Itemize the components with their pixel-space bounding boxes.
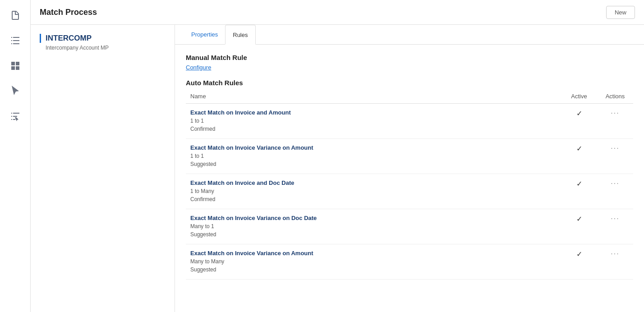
rule-name: Exact Match on Invoice Variance on Doc D… [190, 215, 557, 221]
rule-actions-cell[interactable]: ··· [597, 244, 633, 280]
col-actions: Actions [597, 89, 633, 104]
tab-rules[interactable]: Rules [225, 25, 255, 45]
rule-active-cell: ✓ [561, 139, 597, 174]
rule-active-cell: ✓ [561, 174, 597, 209]
sidebar-item-edit-list[interactable] [5, 106, 26, 127]
right-panel: Properties Rules Manual Match Rule Confi… [175, 25, 644, 312]
header: Match Process New [31, 0, 644, 25]
table-row: Exact Match on Invoice Variance on Amoun… [186, 244, 633, 280]
rule-relation: 1 to Many [190, 187, 557, 195]
rule-name: Exact Match on Invoice and Doc Date [190, 179, 557, 186]
tab-properties[interactable]: Properties [184, 25, 225, 45]
sidebar [0, 0, 31, 312]
rule-name-cell: Exact Match on Invoice and Amount 1 to 1… [186, 104, 561, 139]
table-row: Exact Match on Invoice and Amount 1 to 1… [186, 104, 633, 139]
left-panel: INTERCOMP Intercompany Account MP [31, 25, 175, 312]
actions-menu-button[interactable]: ··· [611, 144, 619, 152]
rule-name-cell: Exact Match on Invoice and Doc Date 1 to… [186, 174, 561, 209]
manual-match-title: Manual Match Rule [186, 54, 633, 61]
rule-relation: 1 to 1 [190, 117, 557, 125]
rule-status: Confirmed [190, 125, 557, 133]
active-checkmark: ✓ [576, 110, 582, 117]
rules-content: Manual Match Rule Configure Auto Match R… [175, 45, 644, 289]
rule-actions-cell[interactable]: ··· [597, 209, 633, 244]
rule-name-cell: Exact Match on Invoice Variance on Amoun… [186, 244, 561, 280]
tabs-bar: Properties Rules [175, 25, 644, 45]
active-checkmark: ✓ [576, 250, 582, 258]
rule-status: Suggested [190, 160, 557, 168]
page-title: Match Process [40, 8, 97, 17]
sidebar-item-grid[interactable] [5, 55, 26, 77]
table-row: Exact Match on Invoice Variance on Amoun… [186, 139, 633, 174]
entity-subtitle: Intercompany Account MP [40, 45, 166, 51]
rule-actions-cell[interactable]: ··· [597, 139, 633, 174]
rule-active-cell: ✓ [561, 209, 597, 244]
rule-relation: Many to Many [190, 257, 557, 266]
sidebar-item-list[interactable] [5, 30, 26, 51]
main-area: Match Process New INTERCOMP Intercompany… [31, 0, 644, 312]
rule-actions-cell[interactable]: ··· [597, 174, 633, 209]
rule-relation: Many to 1 [190, 222, 557, 230]
entity-name: INTERCOMP [40, 34, 166, 43]
configure-link[interactable]: Configure [186, 64, 211, 71]
rule-name: Exact Match on Invoice Variance on Amoun… [190, 250, 557, 257]
table-row: Exact Match on Invoice and Doc Date 1 to… [186, 174, 633, 209]
actions-menu-button[interactable]: ··· [611, 215, 619, 222]
rule-name: Exact Match on Invoice Variance on Amoun… [190, 144, 557, 151]
content-wrapper: INTERCOMP Intercompany Account MP Proper… [31, 25, 644, 312]
rule-name-cell: Exact Match on Invoice Variance on Doc D… [186, 209, 561, 244]
actions-menu-button[interactable]: ··· [611, 250, 619, 257]
rule-name: Exact Match on Invoice and Amount [190, 109, 557, 116]
col-name: Name [186, 89, 561, 104]
rule-actions-cell[interactable]: ··· [597, 104, 633, 139]
rule-status: Suggested [190, 230, 557, 239]
col-active: Active [561, 89, 597, 104]
active-checkmark: ✓ [576, 145, 582, 152]
rule-status: Suggested [190, 266, 557, 274]
active-checkmark: ✓ [576, 215, 582, 223]
rule-relation: 1 to 1 [190, 152, 557, 160]
rule-active-cell: ✓ [561, 244, 597, 280]
rule-name-cell: Exact Match on Invoice Variance on Amoun… [186, 139, 561, 174]
rule-active-cell: ✓ [561, 104, 597, 139]
auto-match-title: Auto Match Rules [186, 79, 633, 87]
rule-status: Confirmed [190, 195, 557, 203]
actions-menu-button[interactable]: ··· [611, 109, 619, 117]
new-button[interactable]: New [606, 6, 635, 19]
active-checkmark: ✓ [576, 180, 582, 188]
actions-menu-button[interactable]: ··· [611, 179, 619, 187]
table-row: Exact Match on Invoice Variance on Doc D… [186, 209, 633, 244]
sidebar-item-document[interactable] [5, 5, 26, 26]
sidebar-item-cursor[interactable] [5, 80, 26, 102]
rules-table: Name Active Actions Exact Match on Invoi… [186, 89, 633, 280]
